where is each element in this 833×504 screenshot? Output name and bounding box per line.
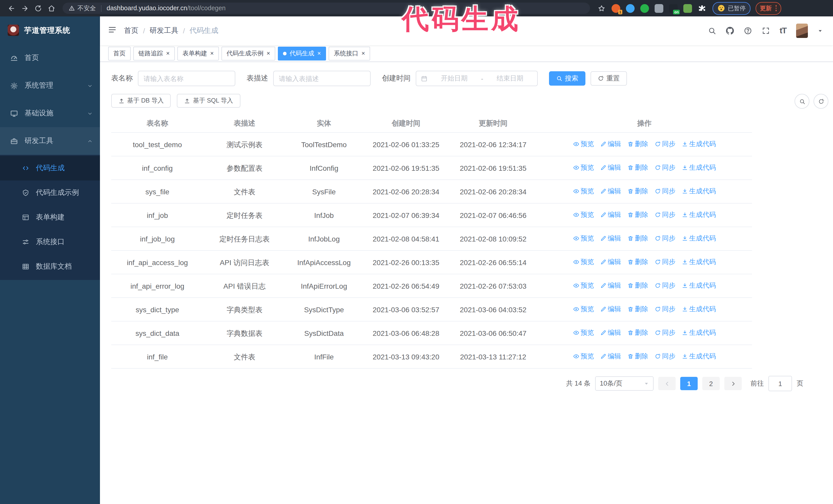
delete-action[interactable]: 删除 [627, 209, 648, 220]
generate-code-action[interactable]: 生成代码 [682, 304, 716, 315]
breadcrumb-home[interactable]: 首页 [124, 26, 138, 35]
delete-action[interactable]: 删除 [627, 162, 648, 173]
reset-button[interactable]: 重置 [591, 71, 627, 86]
sync-action[interactable]: 同步 [654, 139, 675, 150]
preview-action[interactable]: 预览 [573, 162, 594, 173]
edit-action[interactable]: 编辑 [600, 327, 621, 338]
sync-action[interactable]: 同步 [654, 304, 675, 315]
generate-code-action[interactable]: 生成代码 [682, 351, 716, 362]
tab-close-icon[interactable]: × [266, 50, 270, 56]
delete-action[interactable]: 删除 [627, 304, 648, 315]
sync-action[interactable]: 同步 [654, 162, 675, 173]
browser-back-icon[interactable] [5, 2, 18, 14]
sidebar-item-0[interactable]: 首页 [0, 44, 100, 72]
generate-code-action[interactable]: 生成代码 [682, 327, 716, 338]
hamburger-icon[interactable] [100, 25, 124, 37]
page-size-select[interactable]: 10条/页 [595, 376, 653, 391]
sync-action[interactable]: 同步 [654, 233, 675, 244]
delete-action[interactable]: 删除 [627, 327, 648, 338]
edit-action[interactable]: 编辑 [600, 256, 621, 268]
tab-close-icon[interactable]: × [361, 50, 365, 56]
browser-forward-icon[interactable] [19, 2, 31, 14]
sync-action[interactable]: 同步 [654, 209, 675, 220]
tab-3[interactable]: 代码生成示例× [221, 46, 275, 60]
generate-code-action[interactable]: 生成代码 [682, 186, 716, 197]
tab-close-icon[interactable]: × [166, 50, 170, 56]
url-bar[interactable]: 不安全 dashboard.yudao.iocoder.cn/tool/code… [63, 3, 590, 14]
sync-action[interactable]: 同步 [654, 256, 675, 268]
app-logo[interactable]: 芋道管理系统 [0, 17, 100, 44]
preview-action[interactable]: 预览 [573, 209, 594, 220]
generate-code-action[interactable]: 生成代码 [682, 162, 716, 173]
bookmark-star-icon[interactable] [595, 2, 608, 14]
github-icon[interactable] [726, 27, 734, 35]
help-icon[interactable] [744, 27, 752, 35]
delete-action[interactable]: 删除 [627, 233, 648, 244]
extension-gem-icon[interactable] [626, 4, 635, 13]
preview-action[interactable]: 预览 [573, 351, 594, 362]
user-avatar[interactable] [796, 24, 808, 38]
edit-action[interactable]: 编辑 [600, 139, 621, 150]
generate-code-action[interactable]: 生成代码 [682, 233, 716, 244]
sidebar-subitem-0[interactable]: 代码生成 [0, 156, 100, 181]
search-button[interactable]: 搜索 [549, 71, 586, 86]
preview-action[interactable]: 预览 [573, 139, 594, 150]
sync-action[interactable]: 同步 [654, 280, 675, 291]
sync-action[interactable]: 同步 [654, 327, 675, 338]
preview-action[interactable]: 预览 [573, 327, 594, 338]
table-name-input[interactable] [138, 71, 235, 86]
sync-action[interactable]: 同步 [654, 186, 675, 197]
delete-action[interactable]: 删除 [627, 139, 648, 150]
generate-code-action[interactable]: 生成代码 [682, 256, 716, 268]
preview-action[interactable]: 预览 [573, 280, 594, 291]
not-secure-warning[interactable]: 不安全 [69, 4, 96, 13]
edit-action[interactable]: 编辑 [600, 304, 621, 315]
extension-leaf-icon[interactable] [683, 4, 692, 13]
extension-orange-icon[interactable]: 1 [612, 4, 620, 13]
tab-2[interactable]: 表单构建× [177, 46, 219, 60]
refresh-table-button[interactable] [813, 94, 828, 109]
tab-4[interactable]: 代码生成× [278, 46, 326, 60]
sidebar-subitem-2[interactable]: 表单构建 [0, 205, 100, 230]
edit-action[interactable]: 编辑 [600, 233, 621, 244]
generate-code-action[interactable]: 生成代码 [682, 280, 716, 291]
tab-0[interactable]: 首页 [108, 46, 131, 60]
generate-code-action[interactable]: 生成代码 [682, 139, 716, 150]
extension-puzzle-icon[interactable] [698, 4, 706, 13]
tab-5[interactable]: 系统接口× [329, 46, 370, 60]
menu-dots-icon[interactable] [775, 5, 777, 11]
fullscreen-icon[interactable] [762, 27, 770, 35]
end-date-placeholder[interactable]: 结束日期 [487, 74, 532, 83]
start-date-placeholder[interactable]: 开始日期 [432, 74, 477, 83]
edit-action[interactable]: 编辑 [600, 186, 621, 197]
tab-close-icon[interactable]: × [210, 50, 214, 56]
preview-action[interactable]: 预览 [573, 233, 594, 244]
delete-action[interactable]: 删除 [627, 280, 648, 291]
recorder-paused-badge[interactable]: 已暂停 [713, 2, 750, 15]
sidebar-subitem-4[interactable]: 数据库文档 [0, 254, 100, 279]
sidebar-item-2[interactable]: 基础设施 [0, 99, 100, 127]
font-size-icon[interactable]: tT [780, 26, 786, 35]
import-db-button[interactable]: 基于 DB 导入 [111, 94, 171, 108]
preview-action[interactable]: 预览 [573, 256, 594, 268]
page-button-1[interactable]: 1 [680, 377, 698, 390]
preview-action[interactable]: 预览 [573, 186, 594, 197]
extension-squares-icon[interactable] [654, 4, 663, 13]
sidebar-item-1[interactable]: 系统管理 [0, 72, 100, 99]
preview-action[interactable]: 预览 [573, 304, 594, 315]
browser-reload-icon[interactable] [32, 2, 44, 14]
prev-page-button[interactable] [658, 377, 675, 390]
page-button-2[interactable]: 2 [702, 377, 720, 390]
delete-action[interactable]: 删除 [627, 351, 648, 362]
browser-update-button[interactable]: 更新 [755, 2, 781, 15]
sidebar-item-3[interactable]: 研发工具 [0, 127, 100, 155]
tab-close-icon[interactable]: × [317, 50, 321, 56]
sidebar-subitem-3[interactable]: 系统接口 [0, 230, 100, 254]
delete-action[interactable]: 删除 [627, 256, 648, 268]
browser-home-icon[interactable] [45, 2, 57, 14]
tab-1[interactable]: 链路追踪× [133, 46, 175, 60]
toggle-search-button[interactable] [794, 94, 809, 109]
delete-action[interactable]: 删除 [627, 186, 648, 197]
generate-code-action[interactable]: 生成代码 [682, 209, 716, 220]
goto-page-input[interactable] [768, 376, 792, 391]
